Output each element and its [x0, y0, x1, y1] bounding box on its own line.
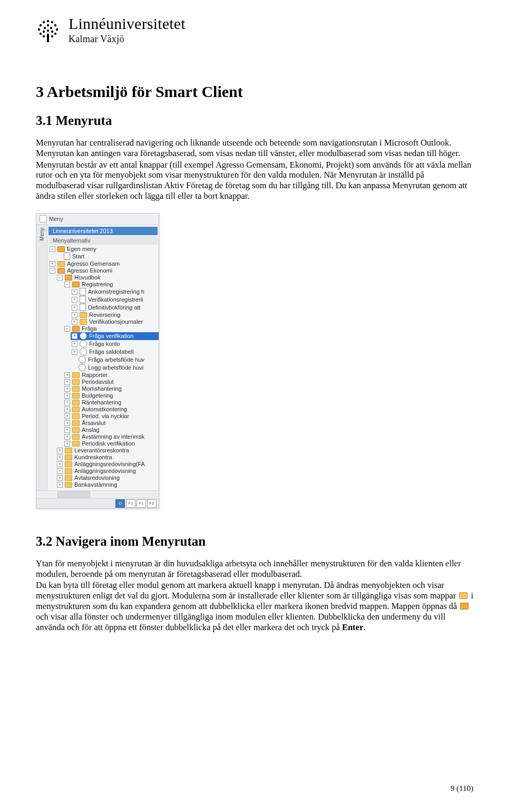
svg-point-16	[43, 31, 45, 33]
tree-item-start[interactable]: Start	[56, 253, 159, 260]
tree-item[interactable]: +Avtalsredovisning	[56, 475, 159, 481]
tree-item[interactable]: +Verifikationsjournaler	[71, 318, 159, 325]
tree-item-agresso-ekonomi[interactable]: −Agresso Ekonomi	[48, 267, 159, 274]
tree-item[interactable]: +Budgetering	[63, 392, 159, 399]
tree-item-agresso-gemensam[interactable]: +Agresso Gemensam	[48, 260, 159, 267]
menu-tree: Linneuniversitetet 2013 Menyalternativ −…	[47, 225, 159, 490]
folder-open-icon	[57, 268, 65, 274]
tree-item-egen-meny[interactable]: −Egen meny	[48, 246, 159, 253]
folder-icon	[72, 386, 80, 392]
folder-icon	[72, 427, 80, 433]
enter-key-label: Enter	[342, 622, 363, 632]
document-page: Linnéuniversitetet Kalmar Växjö 3 Arbets…	[0, 0, 506, 812]
tree-item[interactable]: +Fråga saldotabell	[71, 348, 159, 356]
svg-point-4	[40, 24, 42, 26]
vertical-tab[interactable]: Meny	[36, 225, 47, 490]
tree-item[interactable]: +Avstämning av interimsk	[63, 433, 159, 440]
tree-item-fraga-verifikation-selected[interactable]: +Fråga verifikation	[71, 332, 159, 340]
folder-icon	[72, 393, 80, 399]
tree-item[interactable]: +Anläggningsredovisning	[56, 468, 159, 475]
folder-icon	[80, 319, 87, 325]
document-icon	[80, 304, 86, 311]
paragraph: Menyrutan består av ett antal knappar (t…	[36, 160, 474, 201]
folder-icon	[72, 400, 80, 405]
university-cities: Kalmar Växjö	[69, 34, 186, 45]
folder-open-icon	[57, 246, 65, 252]
folder-open-icon	[72, 282, 80, 287]
tree-item[interactable]: +Anslag	[63, 427, 159, 433]
svg-point-15	[47, 30, 49, 32]
tree-item-fraga[interactable]: −Fråga	[63, 325, 159, 332]
tree-item[interactable]: +Årsavslut	[63, 420, 159, 427]
magnifier-icon	[80, 332, 87, 340]
university-logo-text: Linnéuniversitetet Kalmar Växjö	[69, 15, 186, 45]
folder-icon	[65, 475, 72, 481]
tree-item[interactable]: +Leverantörsreskontra	[56, 447, 159, 454]
folder-icon	[72, 434, 80, 440]
menu-panel-screenshot: Meny Meny Linneuniversitetet 2013 Menyal…	[36, 213, 159, 509]
horizontal-scrollbar[interactable]	[36, 490, 159, 498]
tree-item[interactable]: +Period. via nycklar	[63, 413, 159, 420]
magnifier-icon	[80, 340, 87, 347]
folder-icon	[65, 482, 72, 488]
folder-icon	[72, 413, 80, 419]
folder-icon	[72, 407, 80, 412]
folder-open-icon	[65, 275, 72, 281]
svg-point-9	[54, 33, 56, 35]
scrollbar-thumb[interactable]	[57, 491, 90, 498]
folder-icon	[72, 372, 80, 378]
folder-icon	[72, 420, 80, 426]
svg-point-2	[43, 21, 45, 23]
tree-item[interactable]: +Fråga konto	[71, 340, 159, 348]
company-banner: Linneuniversitetet 2013	[48, 227, 158, 235]
document-icon	[64, 253, 70, 260]
tree-item-registrering[interactable]: −Registrering	[63, 281, 159, 288]
tree-item[interactable]: +Periodisk verifikation	[63, 440, 159, 447]
svg-point-14	[50, 27, 52, 29]
footer-button[interactable]: F1	[126, 499, 135, 508]
document-icon	[80, 288, 86, 295]
svg-point-1	[47, 20, 49, 22]
tree-item[interactable]: +Ankomstregistrering h	[71, 288, 159, 296]
folder-icon	[80, 312, 87, 318]
tree-item[interactable]: +Anläggningsredovisning(FA	[56, 461, 159, 468]
magnifier-icon	[79, 364, 86, 371]
svg-point-18	[47, 34, 49, 36]
tree-item[interactable]: +Kundreskontra	[56, 454, 159, 461]
svg-point-17	[51, 31, 53, 33]
tree-item[interactable]: +Bankavstämning	[56, 481, 159, 488]
tree-item[interactable]: Fråga arbetsflöde huv	[71, 356, 159, 364]
tree-item[interactable]: +Periodavslut	[63, 379, 159, 385]
tree-item-huvudbok[interactable]: −Huvudbok	[56, 274, 159, 281]
svg-point-5	[54, 24, 56, 26]
paragraph: Menyrutan har centraliserad navigering o…	[36, 138, 474, 159]
magnifier-icon	[79, 356, 86, 363]
tree-item[interactable]: +Definitivbokföring att	[71, 304, 159, 312]
document-header: Linnéuniversitetet Kalmar Växjö	[36, 15, 474, 45]
subsection-3-2-heading: 3.2 Navigera inom Menyrutan	[36, 534, 474, 549]
tree-item[interactable]: Logg arbetsflöde huvi	[71, 364, 159, 372]
folder-icon	[65, 468, 72, 474]
footer-button[interactable]: O	[115, 499, 125, 508]
tree-item[interactable]: +Momshantering	[63, 385, 159, 392]
svg-point-10	[43, 35, 45, 37]
tree-item[interactable]: +Reversering	[71, 312, 159, 318]
section-heading: 3 Arbetsmiljö för Smart Client	[36, 83, 474, 101]
panel-title: Meny	[49, 216, 63, 222]
tree-item[interactable]: +Automatkontering	[63, 406, 159, 413]
home-icon	[40, 215, 47, 223]
folder-icon	[72, 379, 80, 385]
tree-item[interactable]: +Räntehantering	[63, 399, 159, 406]
folder-open-icon	[72, 326, 80, 332]
folder-icon	[65, 461, 72, 467]
document-icon	[80, 296, 86, 303]
text-run: Du kan byta till företag eller modul gen…	[36, 580, 458, 601]
folder-open-icon	[460, 603, 469, 610]
tree-item[interactable]: +Verifikationsregistrerii	[71, 296, 159, 304]
magnifier-icon	[80, 348, 87, 355]
svg-point-3	[51, 21, 53, 23]
footer-button[interactable]: F2	[147, 499, 157, 508]
subsection-3-1-heading: 3.1 Menyruta	[36, 113, 474, 128]
tree-item[interactable]: +Rapporter	[63, 372, 159, 379]
footer-button[interactable]: F1	[137, 499, 146, 508]
